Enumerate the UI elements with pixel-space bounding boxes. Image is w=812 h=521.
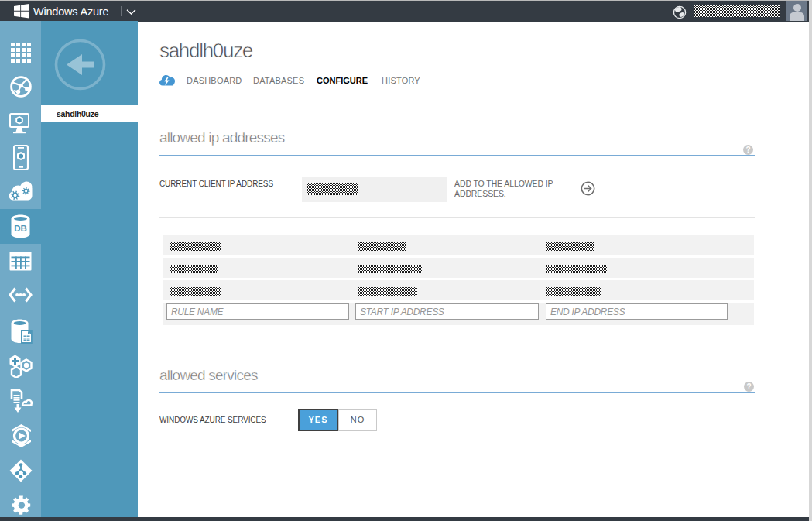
svg-text:DB: DB [14, 224, 27, 233]
